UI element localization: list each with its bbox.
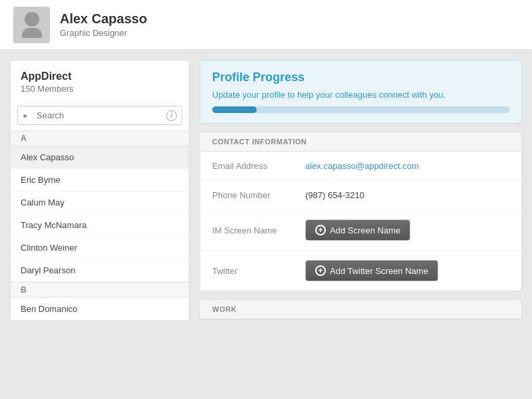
search-input[interactable] [17, 106, 182, 125]
list-item[interactable]: Eric Byrne [11, 169, 189, 192]
profile-progress-panel: Profile Progress Update your profile to … [200, 60, 522, 124]
member-list: A Alex Capasso Eric Byrne Calum May Trac… [11, 130, 189, 321]
info-icon: i [166, 110, 177, 121]
twitter-row: Twitter + Add Twitter Screen Name [200, 251, 521, 291]
list-item[interactable]: Clinton Weiner [11, 237, 189, 259]
contact-info-section: CONTACT INFORMATION Email Address alex.c… [200, 132, 522, 291]
member-count: 150 Members [21, 84, 179, 94]
list-item[interactable]: Calum May [11, 192, 189, 214]
org-name: AppDirect [21, 70, 179, 82]
contact-info-header: CONTACT INFORMATION [200, 132, 521, 152]
email-row: Email Address alex.capasso@appdirect.com [200, 152, 521, 181]
avatar-head [25, 12, 39, 27]
header-name: Alex Capasso [60, 11, 147, 27]
header-info: Alex Capasso Graphic Designer [60, 11, 147, 38]
header: Alex Capasso Graphic Designer [0, 0, 532, 50]
header-job-title: Graphic Designer [60, 28, 147, 38]
im-label: IM Screen Name [212, 225, 305, 235]
email-value: alex.capasso@appdirect.com [305, 161, 419, 171]
right-panel: Profile Progress Update your profile to … [200, 60, 522, 321]
plus-icon: + [315, 225, 326, 235]
add-twitter-label: Add Twitter Screen Name [330, 266, 428, 276]
list-item[interactable]: Ben Domanico [11, 298, 189, 321]
phone-value: (987) 654-3210 [305, 190, 364, 200]
list-item[interactable]: Daryl Pearson [11, 259, 189, 282]
twitter-label: Twitter [212, 266, 305, 276]
work-section: WORK [200, 299, 522, 320]
avatar-body [22, 28, 42, 38]
search-box: ● i [17, 106, 182, 125]
add-twitter-button[interactable]: + Add Twitter Screen Name [305, 260, 438, 281]
phone-row: Phone Number (987) 654-3210 [200, 181, 521, 210]
list-item[interactable]: Alex Capasso [11, 146, 189, 169]
avatar [13, 7, 50, 43]
progress-bar-fill [212, 106, 257, 113]
sidebar-header: AppDirect 150 Members [11, 61, 189, 100]
main-layout: AppDirect 150 Members ● i A Alex Capasso… [0, 50, 532, 331]
search-icon: ● [23, 111, 27, 120]
email-label: Email Address [212, 161, 305, 171]
group-label-b: B [11, 282, 189, 298]
progress-bar-background [212, 106, 509, 113]
profile-progress-title: Profile Progress [212, 70, 509, 84]
sidebar: AppDirect 150 Members ● i A Alex Capasso… [10, 60, 190, 321]
im-screen-name-row: IM Screen Name + Add Screen Name [200, 210, 521, 251]
work-section-header: WORK [200, 300, 521, 319]
profile-progress-description: Update your profile to help your colleag… [212, 90, 509, 100]
plus-icon: + [315, 265, 326, 276]
phone-label: Phone Number [212, 190, 305, 200]
add-screen-name-button[interactable]: + Add Screen Name [305, 219, 410, 241]
add-screen-name-label: Add Screen Name [330, 225, 400, 235]
group-label-a: A [11, 130, 189, 146]
list-item[interactable]: Tracy McNamara [11, 214, 189, 237]
